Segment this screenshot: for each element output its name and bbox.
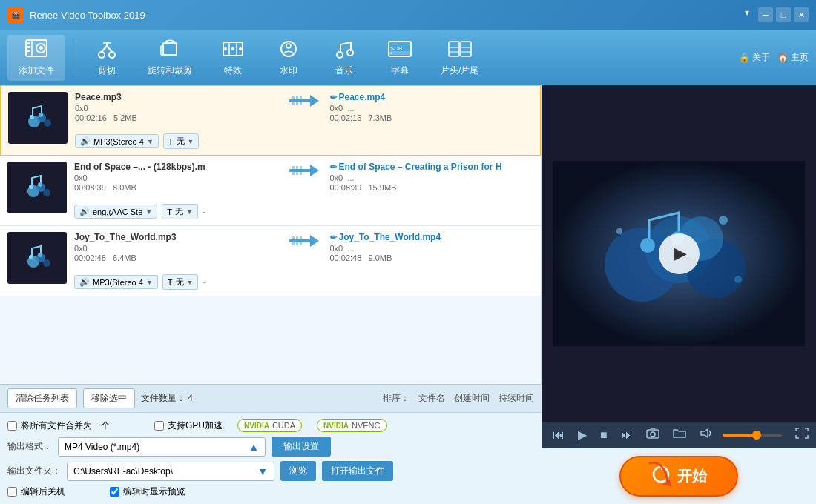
svg-rect-57 bbox=[300, 166, 302, 175]
svg-line-11 bbox=[107, 46, 112, 52]
lock-icon: 🔒 bbox=[739, 53, 750, 63]
cut-icon bbox=[96, 39, 118, 62]
merge-files-checkbox[interactable] bbox=[7, 421, 17, 431]
file-details-1: Peace.mp3 0x0 00:02:16 5.2MB bbox=[75, 92, 278, 123]
input-duration-size-2: 00:08:39 8.0MB bbox=[74, 183, 278, 192]
sort-created[interactable]: 创建时间 bbox=[454, 392, 490, 405]
file-info-2: End of Space –... - (128kbps).m 0x0 00:0… bbox=[74, 162, 533, 219]
start-area: 开始 bbox=[542, 448, 816, 504]
gpu-support-checkbox[interactable] bbox=[154, 421, 164, 431]
open-folder-button[interactable]: 打开输出文件 bbox=[322, 461, 393, 481]
maximize-button[interactable]: □ bbox=[776, 7, 791, 22]
toolbar-item-watermark[interactable]: 水印 bbox=[263, 35, 315, 81]
preview-check[interactable]: 编辑时显示预览 bbox=[110, 485, 185, 498]
play-overlay-button[interactable]: ▶ bbox=[659, 233, 700, 274]
stop-button[interactable]: ■ bbox=[596, 427, 611, 443]
output-dash-3: - bbox=[203, 276, 205, 288]
output-info-3: ✏ Joy_To_The_World.mp4 0x0 ... 00:02:48 … bbox=[330, 232, 534, 263]
screenshot-button[interactable] bbox=[642, 426, 663, 443]
output-filename-3: ✏ Joy_To_The_World.mp4 bbox=[330, 232, 534, 242]
toolbar-item-music[interactable]: 音乐 bbox=[318, 35, 370, 81]
options-row-folder: 输出文件夹： C:\Users\RE-ac\Desktop\ ▼ 浏览 打开输出… bbox=[7, 461, 534, 481]
svg-text:SUB: SUB bbox=[390, 45, 402, 52]
remove-selected-button[interactable]: 移除选中 bbox=[83, 388, 135, 408]
shutdown-check[interactable]: 编辑后关机 bbox=[7, 485, 65, 498]
sort-filename[interactable]: 文件名 bbox=[418, 392, 445, 405]
svg-rect-2 bbox=[27, 42, 30, 44]
svg-point-8 bbox=[99, 52, 105, 58]
window-controls: ▾ ─ □ ✕ bbox=[745, 7, 809, 22]
home-button[interactable]: 🏠 主页 bbox=[777, 51, 809, 64]
merge-files-check[interactable]: 将所有文件合并为一个 bbox=[7, 420, 110, 432]
input-filename-2: End of Space –... - (128kbps).m bbox=[74, 162, 278, 172]
gpu-support-check[interactable]: 支持GPU加速 bbox=[154, 420, 223, 432]
browse-button[interactable]: 浏览 bbox=[280, 461, 316, 481]
svg-rect-66 bbox=[296, 236, 298, 245]
sort-duration[interactable]: 持续时间 bbox=[499, 392, 534, 405]
subtitle-select-1[interactable]: T 无 ▼ bbox=[163, 133, 200, 149]
toolbar-item-effects[interactable]: 特效 bbox=[207, 35, 259, 81]
folder-select[interactable]: C:\Users\RE-ac\Desktop\ ▼ bbox=[67, 462, 274, 481]
file-thumb-1 bbox=[8, 92, 68, 144]
shutdown-checkbox[interactable] bbox=[7, 487, 17, 497]
main-toolbar: 添加文件 剪切 旋转和裁剪 特效 水印 音乐 SUB1 bbox=[0, 30, 816, 85]
toolbar-item-subtitle[interactable]: SUB1 字幕 bbox=[374, 35, 426, 81]
next-button[interactable]: ⏭ bbox=[617, 427, 636, 443]
play-button[interactable]: ▶ bbox=[574, 426, 590, 443]
svg-point-76 bbox=[616, 228, 622, 234]
svg-rect-32 bbox=[449, 42, 459, 56]
toolbar-item-title-tail[interactable]: 片头/片尾 bbox=[430, 35, 490, 81]
player-controls: ⏮ ▶ ■ ⏭ bbox=[542, 422, 816, 448]
output-filename-1: ✏ Peace.mp4 bbox=[330, 92, 533, 102]
options-bar: 将所有文件合并为一个 支持GPU加速 NVIDIA CUDA NVIDIA NV… bbox=[0, 412, 542, 504]
svg-line-10 bbox=[102, 46, 107, 52]
toolbar-item-add-file[interactable]: 添加文件 bbox=[7, 35, 65, 81]
close-button[interactable]: ✕ bbox=[794, 7, 809, 22]
arrow-2 bbox=[282, 162, 326, 179]
options-row-bottom: 编辑后关机 编辑时显示预览 bbox=[7, 485, 534, 498]
sort-options: 排序： 文件名 创建时间 持续时间 bbox=[383, 392, 534, 405]
volume-button[interactable] bbox=[696, 426, 717, 443]
preview-area: ▶ bbox=[542, 85, 816, 422]
volume-slider[interactable] bbox=[723, 434, 782, 437]
volume-handle[interactable] bbox=[752, 431, 761, 440]
nvenc-badge[interactable]: NVIDIA NVENC bbox=[317, 419, 386, 432]
app-title: Renee Video Toolbox 2019 bbox=[30, 10, 745, 21]
output-duration-size-3: 00:02:48 9.0MB bbox=[330, 253, 534, 262]
output-dash-1: - bbox=[203, 136, 206, 147]
folder-open-button[interactable] bbox=[669, 426, 690, 443]
folder-dropdown-arrow: ▼ bbox=[257, 465, 268, 477]
format-label: 输出格式： bbox=[7, 440, 52, 453]
subtitle-select-2[interactable]: T 无 ▼ bbox=[162, 204, 198, 219]
format-select[interactable]: MP4 Video (*.mp4) ▲ bbox=[58, 437, 266, 457]
file-row[interactable]: Peace.mp3 0x0 00:02:16 5.2MB bbox=[0, 85, 541, 156]
prev-button[interactable]: ⏮ bbox=[549, 427, 568, 443]
file-row[interactable]: Joy_To_The_World.mp3 0x0 00:02:48 6.4MB bbox=[0, 226, 541, 296]
cuda-badge[interactable]: NVIDIA CUDA bbox=[237, 419, 302, 432]
fullscreen-button[interactable] bbox=[795, 428, 809, 442]
file-row[interactable]: End of Space –... - (128kbps).m 0x0 00:0… bbox=[0, 156, 541, 226]
toolbar-item-cut[interactable]: 剪切 bbox=[81, 35, 133, 81]
audio-select-2[interactable]: 🔊 eng,(AAC Ste ▼ bbox=[74, 205, 157, 219]
subtitle-select-3[interactable]: T 无 ▼ bbox=[162, 274, 199, 290]
audio-select-1[interactable]: 🔊 MP3(Stereo 4 ▼ bbox=[75, 134, 159, 148]
clear-list-button[interactable]: 清除任务列表 bbox=[7, 388, 77, 408]
preview-checkbox[interactable] bbox=[110, 487, 119, 497]
svg-point-73 bbox=[640, 238, 655, 253]
toolbar-item-rotate-crop[interactable]: 旋转和裁剪 bbox=[136, 35, 203, 81]
file-top-row-2: End of Space –... - (128kbps).m 0x0 00:0… bbox=[74, 162, 533, 193]
rotate-crop-label: 旋转和裁剪 bbox=[148, 64, 192, 77]
audio-select-3[interactable]: 🔊 MP3(Stereo 4 ▼ bbox=[74, 275, 158, 289]
about-button[interactable]: 🔒 关于 bbox=[739, 51, 770, 64]
file-count-label: 文件数量： 4 bbox=[141, 392, 193, 405]
minimize-button[interactable]: ─ bbox=[758, 7, 773, 22]
start-button[interactable]: 开始 bbox=[619, 456, 738, 497]
svg-point-75 bbox=[719, 216, 728, 225]
file-controls-3: 🔊 MP3(Stereo 4 ▼ T 无 ▼ - bbox=[74, 274, 533, 290]
watermark-label: 水印 bbox=[280, 64, 297, 77]
svg-point-50 bbox=[43, 189, 50, 196]
output-settings-button[interactable]: 输出设置 bbox=[272, 437, 331, 457]
svg-point-21 bbox=[224, 47, 227, 50]
music-label: 音乐 bbox=[335, 64, 353, 77]
output-dash-2: - bbox=[203, 206, 205, 217]
